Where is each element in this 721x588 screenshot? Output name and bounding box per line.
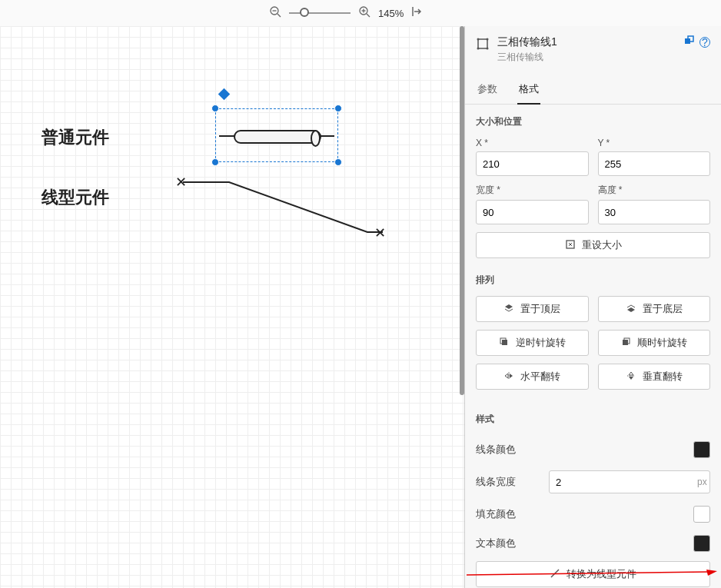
flip-v-icon <box>626 370 636 384</box>
y-input[interactable] <box>598 151 711 176</box>
canvas-label-normal: 普通元件 <box>42 126 109 149</box>
zoom-slider[interactable] <box>289 12 351 14</box>
section-style: 样式 线条颜色 线条宽度 px 填充颜色 文本颜色 <box>465 402 721 588</box>
zoom-value: 145% <box>378 8 404 19</box>
tab-params[interactable]: 参数 <box>476 76 499 104</box>
flip-v-button[interactable]: 垂直翻转 <box>598 364 711 390</box>
fit-width-icon[interactable] <box>411 5 424 21</box>
svg-point-9 <box>477 38 480 41</box>
rotate-cw-icon <box>620 337 631 350</box>
annotation-arrow-icon <box>467 570 717 577</box>
section-arrange: 排列 置于顶层 置于底层 <box>465 263 721 402</box>
component-lead-right <box>319 135 334 137</box>
zoom-out-icon[interactable] <box>269 5 281 21</box>
text-color-swatch[interactable] <box>693 535 710 552</box>
svg-line-1 <box>277 14 281 17</box>
svg-point-10 <box>487 38 489 41</box>
panel-header: 三相传输线1 三相传输线 ? <box>465 26 721 68</box>
bring-front-label: 置于顶层 <box>520 302 560 316</box>
section-title-arrange: 排列 <box>476 274 710 287</box>
fill-color-label: 填充颜色 <box>476 507 516 521</box>
section-title-style: 样式 <box>476 413 710 426</box>
flip-h-button[interactable]: 水平翻转 <box>476 364 589 390</box>
rotate-ccw-label: 逆时针旋转 <box>516 336 566 350</box>
line-width-unit: px <box>691 477 713 487</box>
component-lead-left <box>219 135 234 137</box>
rotate-cw-label: 顺时针旋转 <box>637 336 687 350</box>
resize-handle-tr-icon[interactable] <box>334 105 342 112</box>
flip-v-label: 垂直翻转 <box>643 370 683 384</box>
canvas[interactable]: 普通元件 线型元件 ✕ ✕ <box>0 26 465 588</box>
height-input[interactable] <box>598 200 711 224</box>
text-color-label: 文本颜色 <box>476 537 516 550</box>
width-input[interactable] <box>476 200 589 224</box>
x-input[interactable] <box>476 151 589 176</box>
resize-handle-bl-icon[interactable] <box>211 158 219 166</box>
svg-rect-8 <box>478 39 487 48</box>
component-type-icon <box>476 37 490 51</box>
transmission-line-component[interactable] <box>234 130 321 144</box>
height-label: 高度 * <box>598 184 711 197</box>
help-icon[interactable]: ? <box>699 37 710 48</box>
top-toolbar: 145% <box>0 0 721 26</box>
bring-front-icon <box>503 303 514 316</box>
svg-line-4 <box>367 14 370 17</box>
panel-subtitle: 三相传输线 <box>497 51 676 64</box>
x-label: X * <box>476 138 589 148</box>
flip-h-icon <box>503 370 514 384</box>
rotate-ccw-icon <box>499 337 510 350</box>
line-connector[interactable] <box>175 174 390 244</box>
flip-h-label: 水平翻转 <box>520 370 560 384</box>
resize-handle-tl-icon[interactable] <box>211 105 219 112</box>
expand-icon[interactable] <box>684 35 695 48</box>
reset-size-label: 重设大小 <box>582 238 622 252</box>
x-mark-end-icon[interactable]: ✕ <box>374 224 386 241</box>
zoom-in-icon[interactable] <box>358 5 370 21</box>
send-back-label: 置于底层 <box>643 302 683 316</box>
y-label: Y * <box>598 138 711 148</box>
svg-rect-16 <box>502 340 507 345</box>
tab-format[interactable]: 格式 <box>517 76 540 104</box>
rotate-cw-button[interactable]: 顺时针旋转 <box>598 330 711 356</box>
rotate-handle-icon[interactable] <box>218 88 231 101</box>
line-color-swatch[interactable] <box>693 441 710 458</box>
x-mark-start-icon[interactable]: ✕ <box>175 174 187 191</box>
section-size-position: 大小和位置 X * Y * 宽度 * 高度 * <box>465 105 721 263</box>
line-width-input[interactable] <box>550 477 691 488</box>
zoom-slider-knob[interactable] <box>300 8 309 17</box>
selection-box[interactable] <box>215 108 338 162</box>
svg-point-12 <box>487 48 489 50</box>
rotate-ccw-button[interactable]: 逆时针旋转 <box>476 330 589 356</box>
zoom-controls: 145% <box>269 5 424 21</box>
line-width-label: 线条宽度 <box>476 475 516 489</box>
line-color-label: 线条颜色 <box>476 443 516 457</box>
svg-point-11 <box>477 48 480 50</box>
properties-panel: 三相传输线1 三相传输线 ? 参数 格式 大小和位置 X * <box>465 26 721 588</box>
reset-size-icon <box>565 239 576 252</box>
send-back-icon <box>626 303 636 316</box>
panel-title: 三相传输线1 <box>497 35 676 49</box>
send-back-button[interactable]: 置于底层 <box>598 296 711 322</box>
line-width-input-wrapper: px <box>549 470 710 493</box>
section-title-size: 大小和位置 <box>476 115 710 128</box>
svg-line-23 <box>467 572 708 575</box>
width-label: 宽度 * <box>476 184 589 197</box>
panel-tabs: 参数 格式 <box>465 76 721 105</box>
scrollbar-icon[interactable] <box>460 26 464 395</box>
svg-rect-18 <box>623 340 628 345</box>
reset-size-button[interactable]: 重设大小 <box>476 232 710 258</box>
resize-handle-br-icon[interactable] <box>334 158 342 166</box>
svg-marker-24 <box>706 570 717 576</box>
fill-color-swatch[interactable] <box>693 506 710 523</box>
canvas-label-line: 线型元件 <box>42 186 109 209</box>
bring-front-button[interactable]: 置于顶层 <box>476 296 589 322</box>
